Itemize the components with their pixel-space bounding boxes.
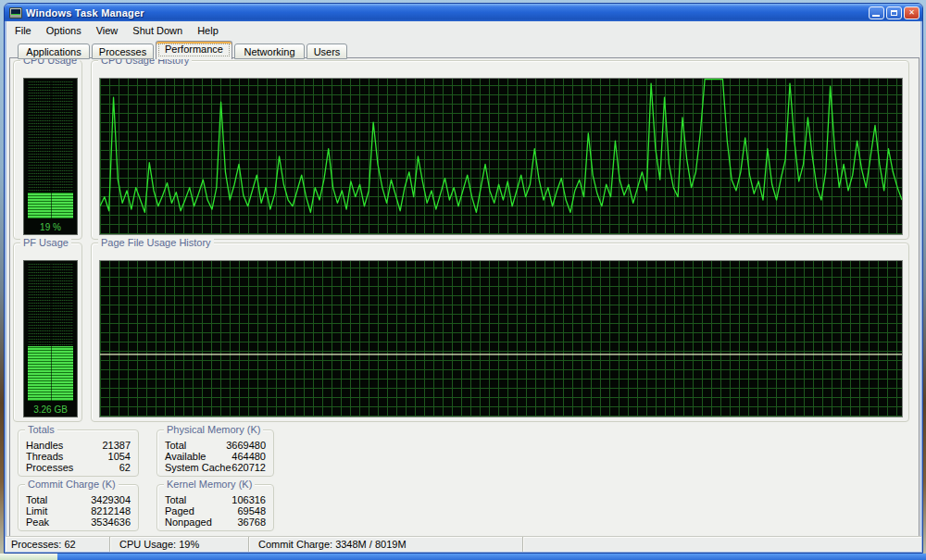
group-row-label: Peak [26, 516, 49, 528]
group-row-label: Paged [165, 505, 194, 516]
group-row-value: 21387 [102, 440, 131, 451]
kernel-memory-rows: Total106316Paged69548Nonpaged36768 [165, 494, 266, 528]
close-icon: ✕ [908, 9, 915, 17]
tab-users[interactable]: Users [307, 44, 347, 59]
tab-processes[interactable]: Processes [92, 44, 154, 59]
group-row: Paged69548 [165, 505, 266, 516]
group-row-label: Nonpaged [165, 516, 212, 528]
cpu-gauge-led-area [28, 81, 73, 218]
cpu-gauge-centerline [51, 81, 52, 218]
titlebar[interactable]: Windows Task Manager ✕ [5, 4, 922, 21]
group-row-label: Limit [26, 505, 47, 516]
cpu-history-line [100, 79, 902, 234]
group-row-value: 3669480 [226, 440, 266, 451]
commit-charge-rows: Total3429304Limit8212148Peak3534636 [26, 494, 131, 528]
totals-group: Totals Handles21387Threads1054Processes6… [18, 429, 139, 477]
pf-history-graph [99, 260, 903, 417]
group-row: Threads1054 [26, 451, 131, 462]
menu-help[interactable]: Help [190, 24, 226, 37]
status-bar: Processes: 62 CPU Usage: 19% Commit Char… [6, 536, 921, 552]
group-row: Available464480 [165, 451, 266, 462]
status-processes: Processes: 62 [6, 537, 110, 552]
group-row: Total3429304 [26, 494, 131, 505]
kernel-memory-group-label: Kernel Memory (K) [164, 479, 255, 490]
status-commit-charge: Commit Charge: 3348M / 8019M [249, 537, 523, 552]
taskbar-corner-block [0, 554, 57, 560]
group-row-value: 620712 [232, 462, 266, 473]
group-row-value: 69548 [237, 505, 266, 516]
commit-charge-group: Commit Charge (K) Total3429304Limit82121… [18, 484, 139, 531]
menu-options[interactable]: Options [39, 24, 89, 37]
group-row: System Cache620712 [165, 462, 266, 473]
totals-rows: Handles21387Threads1054Processes62 [26, 440, 131, 473]
minimize-icon [872, 15, 880, 17]
group-row-label: Processes [26, 462, 73, 473]
pf-gauge-led-area [28, 264, 73, 401]
group-row-value: 36768 [237, 516, 266, 528]
tab-applications[interactable]: Applications [18, 44, 90, 59]
group-row-label: Total [26, 494, 47, 505]
group-row-value: 8212148 [91, 505, 131, 516]
cpu-history-group: CPU Usage History [91, 60, 909, 240]
physical-memory-group-label: Physical Memory (K) [164, 424, 263, 435]
tab-performance[interactable]: Performance [156, 41, 232, 59]
window-title: Windows Task Manager [26, 7, 144, 19]
pf-history-group: Page File Usage History [91, 243, 909, 422]
group-row-label: Available [165, 451, 206, 462]
group-row: Peak3534636 [26, 516, 131, 528]
commit-charge-group-label: Commit Charge (K) [25, 479, 119, 490]
pf-history-group-label: Page File Usage History [98, 237, 214, 248]
taskbar-strip[interactable] [0, 554, 926, 560]
physical-memory-rows: Total3669480Available464480System Cache6… [165, 440, 266, 473]
menu-view[interactable]: View [89, 24, 126, 37]
pf-gauge-centerline [51, 264, 52, 401]
group-row-label: Total [165, 440, 186, 451]
menu-bar: File Options View Shut Down Help [7, 23, 920, 38]
pf-usage-gauge: 3.26 GB [23, 260, 78, 417]
group-row: Limit8212148 [26, 505, 131, 516]
task-manager-app-icon [9, 7, 22, 19]
menu-file[interactable]: File [7, 24, 39, 37]
group-row-label: Total [165, 494, 186, 505]
cpu-gauge-value: 19 % [24, 222, 77, 232]
group-row-value: 62 [119, 462, 131, 473]
minimize-button[interactable] [869, 6, 884, 19]
group-row: Processes62 [26, 462, 131, 473]
close-button[interactable]: ✕ [904, 6, 920, 19]
group-row-value: 106316 [232, 494, 266, 505]
pf-gauge-value: 3.26 GB [24, 404, 77, 415]
group-row-value: 3429304 [91, 494, 131, 505]
tab-strip: Applications Processes Performance Netwo… [14, 41, 913, 58]
physical-memory-group: Physical Memory (K) Total3669480Availabl… [156, 429, 274, 477]
task-manager-window: Windows Task Manager ✕ File Options View… [4, 3, 923, 554]
pf-history-line [100, 261, 902, 417]
cpu-usage-gauge: 19 % [23, 78, 78, 235]
pf-usage-group-label: PF Usage [20, 237, 71, 248]
cpu-history-graph [99, 78, 903, 235]
pf-usage-group: PF Usage 3.26 GB [13, 243, 82, 422]
tab-networking[interactable]: Networking [234, 44, 305, 59]
group-row: Handles21387 [26, 440, 131, 451]
group-row: Total3669480 [165, 440, 266, 451]
group-row-value: 1054 [108, 451, 131, 462]
restore-button[interactable] [886, 6, 902, 19]
group-row-value: 464480 [232, 451, 266, 462]
group-row-label: Threads [26, 451, 63, 462]
group-row: Total106316 [165, 494, 266, 505]
status-cpu-usage: CPU Usage: 19% [110, 537, 249, 552]
group-row-label: Handles [26, 440, 63, 451]
group-row-label: System Cache [165, 462, 232, 473]
group-row: Nonpaged36768 [165, 516, 266, 528]
cpu-usage-group: CPU Usage 19 % [13, 60, 82, 240]
menu-shutdown[interactable]: Shut Down [125, 24, 190, 37]
status-empty [523, 537, 921, 552]
totals-group-label: Totals [25, 424, 57, 435]
kernel-memory-group: Kernel Memory (K) Total106316Paged69548N… [156, 484, 274, 531]
group-row-value: 3534636 [91, 516, 131, 528]
restore-icon [891, 10, 897, 16]
